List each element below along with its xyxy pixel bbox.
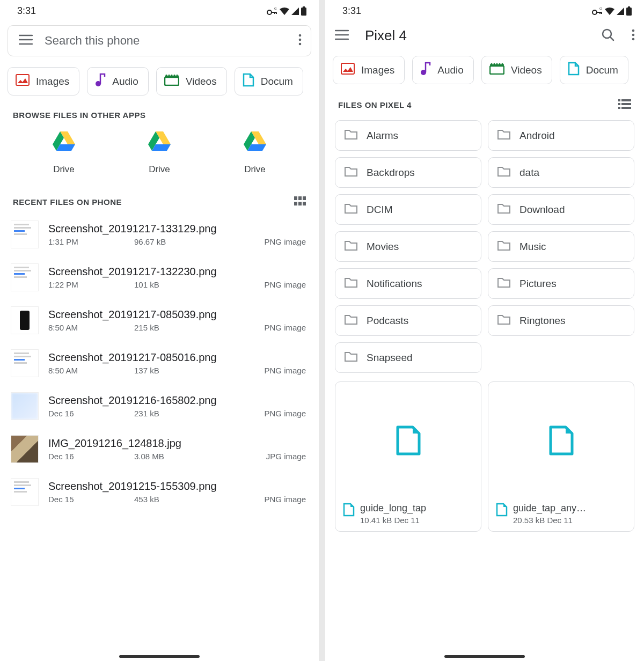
status-bar: 3:31 G (0, 0, 319, 20)
filter-chips: ImagesAudioVideosDocum (325, 52, 644, 92)
folder-label: DCIM (367, 204, 393, 216)
doc-icon (243, 73, 254, 90)
files-header: FILES ON PIXEL 4 (325, 92, 644, 116)
file-row[interactable]: IMG_20191216_124818.jpg Dec 16 3.08 MB J… (0, 428, 319, 471)
file-size: 231 kB (134, 409, 209, 418)
chip-label: Videos (186, 76, 217, 87)
file-size: 101 kB (134, 280, 209, 289)
filter-chip-images[interactable]: Images (8, 67, 79, 96)
drive-app[interactable]: Drive (243, 130, 267, 175)
chip-label: Videos (511, 64, 542, 76)
more-icon[interactable] (631, 28, 635, 43)
search-bar[interactable] (8, 25, 311, 56)
file-type: PNG image (209, 237, 308, 246)
folder-backdrops[interactable]: Backdrops (335, 157, 481, 188)
svg-rect-3 (303, 6, 305, 8)
folder-icon (497, 276, 511, 291)
filter-chip-audio[interactable]: Audio (412, 56, 474, 84)
drive-label: Drive (149, 164, 170, 175)
file-size: 137 kB (134, 366, 209, 375)
chip-label: Images (361, 64, 394, 76)
file-info: Screenshot_20191217-132230.png 1:22 PM 1… (48, 266, 308, 289)
folder-android[interactable]: Android (488, 120, 634, 151)
file-row[interactable]: Screenshot_20191215-155309.png Dec 15 45… (0, 471, 319, 513)
file-card[interactable]: guide_tap_any… 20.53 kB Dec 11 (488, 381, 634, 532)
filter-chip-videos[interactable]: Videos (156, 67, 227, 96)
chip-label: Audio (112, 76, 138, 87)
file-row[interactable]: Screenshot_20191217-085016.png 8:50 AM 1… (0, 342, 319, 385)
drive-app[interactable]: Drive (148, 130, 171, 175)
folder-podcasts[interactable]: Podcasts (335, 305, 481, 336)
file-list: Screenshot_20191217-133129.png 1:31 PM 9… (0, 213, 319, 513)
svg-rect-2 (301, 8, 306, 16)
svg-rect-12 (303, 196, 306, 200)
file-type: PNG image (209, 495, 308, 504)
file-name: Screenshot_20191217-133129.png (48, 223, 308, 235)
filter-chip-docum[interactable]: Docum (560, 56, 628, 84)
file-card[interactable]: guide_long_tap 10.41 kB Dec 11 (335, 381, 481, 532)
file-info: IMG_20191216_124818.jpg Dec 16 3.08 MB J… (48, 437, 308, 461)
svg-rect-24 (341, 63, 354, 74)
file-name: Screenshot_20191216-165802.png (48, 394, 308, 407)
folder-data[interactable]: data (488, 157, 634, 188)
status-time: 3:31 (342, 5, 361, 17)
folder-label: Ringtones (519, 315, 566, 327)
drive-app[interactable]: Drive (52, 130, 76, 175)
file-info: Screenshot_20191215-155309.png Dec 15 45… (48, 480, 308, 504)
svg-rect-13 (294, 202, 297, 205)
folder-label: Music (519, 241, 546, 253)
svg-rect-30 (621, 103, 631, 105)
drive-icon (52, 130, 76, 155)
filter-chips: ImagesAudioVideosDocum (0, 63, 319, 103)
folder-snapseed[interactable]: Snapseed (335, 342, 481, 373)
list-view-icon[interactable] (618, 99, 631, 111)
file-grid: guide_long_tap 10.41 kB Dec 11 guide_tap… (325, 377, 644, 536)
filter-chip-images[interactable]: Images (333, 56, 405, 84)
status-time: 3:31 (17, 5, 36, 17)
folder-alarms[interactable]: Alarms (335, 120, 481, 151)
file-row[interactable]: Screenshot_20191217-085039.png 8:50 AM 2… (0, 299, 319, 342)
folder-icon (497, 202, 511, 217)
svg-point-23 (632, 38, 635, 40)
drive-icon (148, 130, 171, 155)
folder-label: Movies (367, 241, 399, 253)
nav-bar[interactable] (119, 655, 200, 658)
search-input[interactable] (45, 34, 298, 48)
status-icons: G (266, 6, 307, 16)
drive-label: Drive (244, 164, 266, 175)
nav-bar[interactable] (444, 655, 525, 658)
folder-label: Pictures (519, 278, 557, 290)
file-row[interactable]: Screenshot_20191217-132230.png 1:22 PM 1… (0, 256, 319, 299)
filter-chip-audio[interactable]: Audio (87, 67, 149, 96)
folder-dcim[interactable]: DCIM (335, 194, 481, 225)
search-icon[interactable] (601, 28, 615, 44)
doc-icon (343, 503, 355, 519)
file-size: 215 kB (134, 323, 209, 332)
svg-rect-7 (16, 75, 29, 85)
folder-movies[interactable]: Movies (335, 231, 481, 262)
chip-label: Images (36, 76, 69, 87)
folder-ringtones[interactable]: Ringtones (488, 305, 634, 336)
folder-music[interactable]: Music (488, 231, 634, 262)
file-size: 96.67 kB (134, 237, 209, 246)
filter-chip-docum[interactable]: Docum (235, 67, 303, 96)
svg-text:G: G (274, 8, 277, 10)
svg-rect-19 (628, 6, 630, 8)
menu-icon[interactable] (19, 34, 33, 47)
image-icon (341, 63, 355, 77)
file-info: Screenshot_20191217-085039.png 8:50 AM 2… (48, 309, 308, 332)
file-row[interactable]: Screenshot_20191216-165802.png Dec 16 23… (0, 385, 319, 428)
file-thumbnail (11, 263, 39, 291)
file-time: 1:31 PM (48, 237, 134, 246)
folder-notifications[interactable]: Notifications (335, 268, 481, 299)
grid-view-icon[interactable] (294, 196, 306, 208)
menu-icon[interactable] (335, 30, 349, 42)
file-name: IMG_20191216_124818.jpg (48, 437, 308, 450)
folder-download[interactable]: Download (488, 194, 634, 225)
more-icon[interactable] (298, 33, 302, 48)
status-icons: G (591, 6, 632, 16)
file-row[interactable]: Screenshot_20191217-133129.png 1:31 PM 9… (0, 213, 319, 256)
folder-pictures[interactable]: Pictures (488, 268, 634, 299)
filter-chip-videos[interactable]: Videos (481, 56, 552, 84)
folder-icon (344, 239, 358, 254)
